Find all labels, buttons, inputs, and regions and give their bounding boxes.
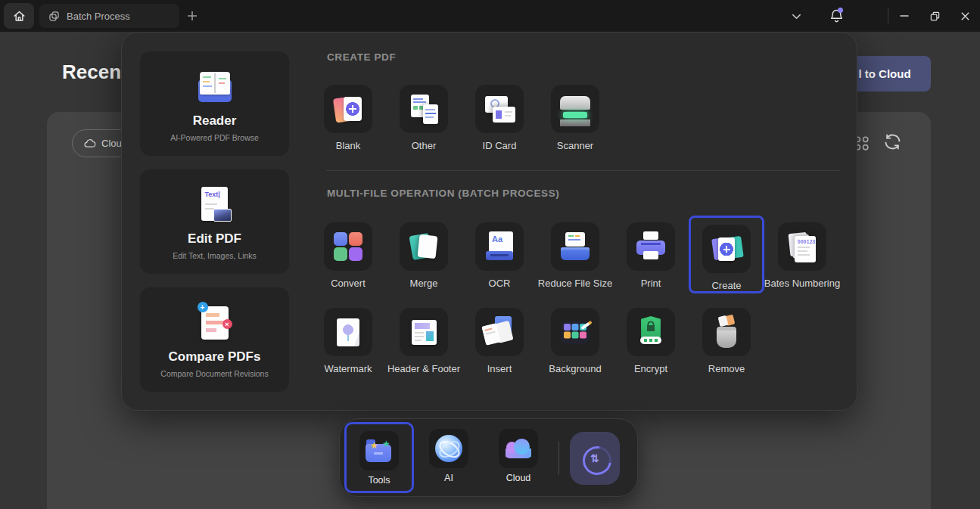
sync-logo-icon [580, 444, 609, 473]
section-divider [326, 170, 841, 171]
batch-heading: MULTI-FILE OPERATION (BATCH PROCESS) [327, 188, 559, 199]
card-reader[interactable]: Reader AI-Powered PDF Browse [140, 51, 289, 156]
minimize-button[interactable] [893, 5, 916, 27]
remove-icon [709, 315, 744, 349]
merge-icon [406, 229, 441, 264]
dock-label: AI [444, 473, 453, 483]
dock-divider [558, 442, 559, 475]
dock-item-ai[interactable]: AI [414, 419, 484, 493]
tab-batch-process[interactable]: Batch Process [39, 4, 179, 28]
tile-background[interactable]: Background [537, 301, 613, 379]
tile-label: Convert [331, 278, 366, 289]
tab-label: Batch Process [67, 11, 130, 22]
dock-label: Tools [368, 475, 390, 486]
page-title: Recent [62, 61, 128, 84]
card-title: Compare PDFs [169, 349, 261, 365]
tile-convert[interactable]: Convert [310, 216, 386, 293]
new-tab-button[interactable] [185, 8, 200, 23]
app-logo-button[interactable] [570, 432, 620, 485]
chevron-down-icon[interactable] [785, 5, 807, 27]
titlebar: Batch Process [0, 0, 980, 32]
bottom-dock: Tools AI Cloud [339, 418, 638, 497]
tile-insert[interactable]: Insert [462, 301, 537, 379]
tile-bates-numbering[interactable]: Bates Numbering [764, 216, 840, 293]
tile-label: Scanner [557, 140, 593, 151]
app-window: Batch Process Rece [0, 0, 980, 509]
tile-remove[interactable]: Remove [689, 301, 764, 379]
tile-label: ID Card [483, 140, 517, 151]
dock-items: Tools AI Cloud [344, 419, 553, 493]
home-icon [12, 9, 26, 23]
edit-pdf-icon [198, 187, 232, 223]
tile-watermark[interactable]: Watermark [310, 301, 386, 379]
card-title: Edit PDF [188, 231, 241, 247]
cloud-icon [504, 439, 533, 458]
print-icon [633, 229, 668, 264]
watermark-icon [337, 318, 359, 346]
tile-header-footer[interactable]: Header & Footer [386, 301, 462, 379]
create-icon [709, 231, 744, 266]
card-compare-pdfs[interactable]: Compare PDFs Compare Document Revisions [140, 287, 289, 392]
headerfooter-icon [412, 320, 437, 345]
insert-icon [482, 315, 517, 349]
scanner-icon [558, 92, 593, 126]
refresh-icon[interactable] [882, 132, 903, 152]
tile-label: Merge [410, 278, 438, 289]
titlebar-divider [888, 8, 888, 23]
other-icon [406, 92, 441, 126]
reduce-icon [558, 229, 593, 264]
tile-label: OCR [489, 278, 511, 289]
restore-button[interactable] [923, 5, 946, 27]
blank-icon [331, 92, 366, 126]
tile-blank[interactable]: Blank [310, 78, 386, 156]
dock-item-cloud[interactable]: Cloud [484, 419, 553, 493]
tile-ocr[interactable]: OCR [462, 216, 537, 293]
card-subtitle: Edit Text, Images, Links [173, 251, 257, 260]
tile-label: Watermark [324, 363, 372, 374]
overlay-cards: Reader AI-Powered PDF Browse Edit PDF Ed… [140, 51, 289, 405]
notification-dot [838, 8, 843, 13]
tile-label: Remove [708, 363, 745, 374]
tools-icon [365, 437, 394, 464]
tile-label: Reduce File Size [538, 278, 612, 289]
encrypt-icon [633, 315, 668, 349]
create-pdf-heading: CREATE PDF [327, 51, 396, 63]
batch-row-1: Convert Merge OCR Reduce File Size Print… [310, 216, 840, 293]
tools-overlay-panel: Reader AI-Powered PDF Browse Edit PDF Ed… [121, 32, 857, 411]
ai-icon [435, 435, 462, 462]
reader-icon [198, 70, 232, 104]
card-edit-pdf[interactable]: Edit PDF Edit Text, Images, Links [140, 169, 289, 274]
background-icon [561, 321, 590, 344]
batch-row-2: Watermark Header & Footer Insert Backgro… [310, 301, 764, 379]
bell-icon [829, 8, 845, 23]
tile-label: Other [412, 140, 437, 151]
tile-reduce-file-size[interactable]: Reduce File Size [537, 216, 613, 293]
tile-label: Create [711, 280, 741, 291]
tile-label: Encrypt [634, 363, 667, 374]
tile-label: Background [549, 363, 601, 374]
dock-label: Cloud [506, 473, 531, 483]
tile-encrypt[interactable]: Encrypt [613, 301, 689, 379]
ocr-icon [482, 229, 517, 264]
idcard-icon [482, 92, 517, 126]
create-pdf-row: Blank Other ID Card Scanner [310, 78, 613, 156]
card-subtitle: Compare Document Revisions [160, 369, 268, 378]
home-button[interactable] [4, 3, 34, 29]
notifications-button[interactable] [825, 4, 848, 26]
card-title: Reader [193, 113, 237, 129]
tile-id-card[interactable]: ID Card [462, 78, 537, 156]
tile-merge[interactable]: Merge [386, 216, 462, 293]
tile-print[interactable]: Print [613, 216, 689, 293]
tile-other[interactable]: Other [386, 78, 462, 156]
tile-label: Blank [336, 140, 361, 151]
convert-icon [331, 229, 366, 264]
tile-label: Bates Numbering [764, 278, 840, 289]
tile-label: Print [641, 278, 661, 289]
tile-create[interactable]: Create [689, 216, 764, 293]
dock-item-tools[interactable]: Tools [344, 422, 414, 493]
card-subtitle: AI-Powered PDF Browse [170, 133, 259, 142]
tile-scanner[interactable]: Scanner [537, 78, 613, 156]
close-button[interactable] [954, 5, 976, 27]
batch-tab-icon [48, 11, 60, 22]
tile-label: Header & Footer [387, 363, 460, 374]
